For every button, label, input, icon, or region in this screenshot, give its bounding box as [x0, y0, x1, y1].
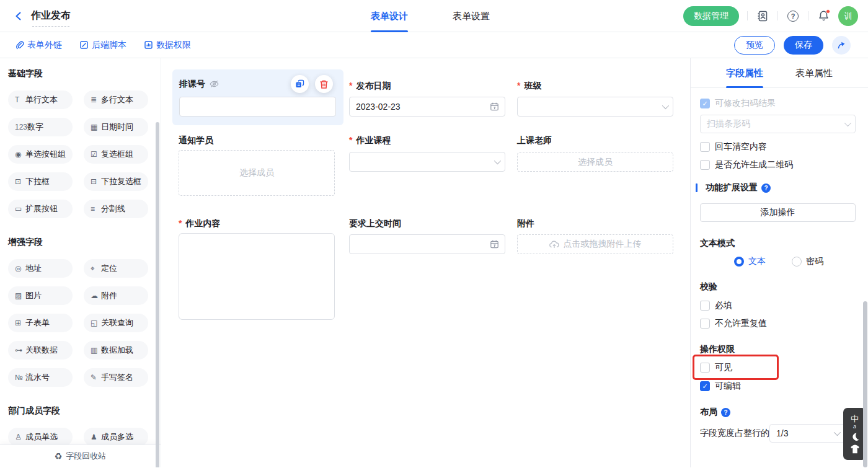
checkbox-row-modify-scan-result[interactable]: 可修改扫码结果 [700, 98, 776, 109]
submit-deadline-input[interactable] [349, 234, 505, 254]
title-edit-underline [32, 26, 69, 27]
allow-qrcode-checkbox[interactable] [700, 160, 710, 170]
sidebar-item-serial-number[interactable]: № 流水号 [8, 368, 73, 387]
tab-form-settings[interactable]: 表单设置 [453, 0, 490, 32]
required-checkbox[interactable] [700, 301, 710, 311]
homework-content-textarea[interactable] [179, 233, 335, 320]
homework-course-select[interactable] [349, 152, 505, 172]
field-submit-deadline[interactable]: 要求上交时间 [349, 219, 505, 254]
sidebar-item-multi-select[interactable]: ⊟ 下拉复选框 [84, 172, 148, 191]
delete-field-button[interactable] [315, 75, 333, 93]
sidebar-item-location[interactable]: ⌖ 定位 [84, 259, 148, 278]
sidebar-item-radio-group[interactable]: ◉ 单选按钮组 [8, 145, 73, 164]
sidebar-item-attachment[interactable]: ☁ 附件 [84, 286, 148, 305]
data-manage-button[interactable]: 数据管理 [683, 6, 739, 26]
clear-on-enter-checkbox[interactable] [700, 142, 710, 152]
sidebar-item-single-line-text[interactable]: T 单行文本 [8, 91, 73, 109]
attachment-upload-box[interactable]: 点击或拖拽附件上传 [517, 234, 673, 254]
checkbox-row-required[interactable]: 必填 [700, 300, 732, 311]
share-button[interactable] [832, 36, 851, 55]
paperclip-icon [15, 40, 24, 50]
sidebar-item-divider[interactable]: ≡ 分割线 [84, 200, 148, 218]
tab-form-design[interactable]: 表单设计 [371, 0, 408, 32]
visible-checkbox[interactable] [700, 363, 710, 373]
notification-bell-icon[interactable] [817, 9, 830, 23]
dark-mode-moon-icon[interactable] [850, 432, 860, 442]
tab-field-properties[interactable]: 字段属性 [726, 58, 763, 88]
paike-no-input[interactable] [179, 97, 336, 117]
subform-icon: ⊞ [15, 319, 25, 327]
no-duplicate-checkbox[interactable] [700, 319, 710, 329]
sidebar-item-datetime[interactable]: ▦ 日期时间 [84, 118, 148, 136]
help-question-icon[interactable]: ? [721, 408, 730, 417]
header-tabs: 表单设计 表单设置 [371, 0, 490, 32]
sidebar-item-linked-data[interactable]: ⊶ 关联数据 [8, 341, 73, 360]
language-toggle-icon[interactable]: 中 [851, 415, 859, 423]
sidebar-item-member-single[interactable]: ♙ 成员单选 [8, 428, 73, 444]
password-radio[interactable] [792, 257, 802, 267]
form-external-link[interactable]: 表单外链 [15, 40, 62, 51]
radio-password-option[interactable]: 密码 [792, 256, 823, 267]
field-homework-content[interactable]: 作业内容 [179, 219, 335, 320]
theme-shirt-icon[interactable] [850, 444, 860, 454]
page-title[interactable]: 作业发布 [31, 10, 71, 20]
sidebar-item-linked-query[interactable]: ◱ 关联查询 [84, 314, 148, 332]
checkbox-row-clear-on-enter[interactable]: 回车清空内容 [700, 141, 767, 152]
backend-script-link[interactable]: 后端脚本 [79, 40, 126, 51]
modify-scan-result-checkbox[interactable] [700, 99, 710, 108]
sidebar-item-multi-line-text[interactable]: ≣ 多行文本 [84, 91, 148, 109]
bar-chart-icon: ▥ [91, 347, 101, 354]
pen-icon: ✎ [91, 374, 101, 381]
sidebar-item-subform[interactable]: ⊞ 子表单 [8, 314, 73, 332]
teacher-picker[interactable]: 选择成员 [517, 152, 673, 172]
sidebar-item-data-load[interactable]: ▥ 数据加载 [84, 341, 148, 360]
checkbox-row-allow-qrcode[interactable]: 是否允许生成二维码 [700, 159, 793, 170]
language-secondary-icon[interactable]: a [853, 424, 856, 430]
checkbox-row-visible[interactable]: 可见 [700, 362, 732, 373]
field-notify-students[interactable]: 通知学员 选择成员 [179, 136, 335, 196]
data-permission-link[interactable]: 数据权限 [144, 40, 191, 51]
checkbox-row-editable[interactable]: 可编辑 [700, 381, 741, 392]
panel-scrollbar-thumb[interactable] [863, 301, 867, 467]
sidebar-item-extend-button[interactable]: ▭ 扩展按钮 [8, 200, 73, 218]
chevron-down-icon [662, 102, 669, 109]
field-publish-date[interactable]: 发布日期 2023-02-23 [349, 81, 505, 117]
field-paike-no-selected[interactable]: 排课号 [172, 69, 343, 125]
linked-query-icon: ◱ [91, 319, 101, 327]
save-button[interactable]: 保存 [784, 36, 823, 55]
field-teacher[interactable]: 上课老师 选择成员 [517, 136, 673, 172]
preview-button[interactable]: 预览 [734, 36, 775, 55]
tab-form-properties[interactable]: 表单属性 [795, 58, 833, 88]
sidebar-item-address[interactable]: ◎ 地址 [8, 259, 73, 278]
checkbox-row-no-duplicate[interactable]: 不允许重复值 [700, 318, 767, 329]
field-homework-course[interactable]: 作业课程 [349, 136, 505, 172]
text-radio[interactable] [734, 257, 744, 267]
contacts-icon[interactable] [756, 9, 769, 23]
sidebar-item-number[interactable]: 123 数字 [8, 118, 73, 136]
sidebar-item-signature[interactable]: ✎ 手写签名 [84, 368, 148, 387]
help-icon[interactable]: ? [786, 9, 800, 23]
sidebar-item-image[interactable]: ▨ 图片 [8, 286, 73, 305]
publish-date-input[interactable]: 2023-02-23 [349, 97, 505, 117]
back-button[interactable] [11, 9, 26, 24]
scan-type-select[interactable]: 扫描条形码 [700, 115, 856, 133]
field-attachment[interactable]: 附件 点击或拖拽附件上传 [517, 219, 673, 254]
copy-field-button[interactable] [291, 75, 309, 93]
sidebar-item-member-multi[interactable]: ♟ 成员多选 [84, 428, 148, 444]
field-class[interactable]: 班级 [517, 81, 673, 117]
property-panel: 字段属性 表单属性 可修改扫码结果 扫描条形码 回车清空内容 是否允许生成二维码… [690, 58, 868, 467]
class-select[interactable] [517, 97, 673, 117]
radio-text-option[interactable]: 文本 [734, 256, 766, 267]
editable-checkbox[interactable] [700, 381, 710, 391]
add-action-button[interactable]: 添加操作 [700, 203, 856, 222]
sidebar-item-select[interactable]: ⊡ 下拉框 [8, 172, 73, 191]
sidebar-scrollbar-thumb[interactable] [156, 122, 159, 467]
help-question-icon[interactable]: ? [761, 183, 771, 193]
layout-width-row: 字段宽度占整行的 [700, 428, 769, 439]
form-canvas[interactable]: 排课号 发布日期 2023-02-23 [161, 58, 690, 467]
field-recycle-bin[interactable]: ♻ 字段回收站 [0, 444, 161, 467]
field-width-select[interactable]: 1/3 [769, 424, 845, 443]
sidebar-item-checkbox-group[interactable]: ☑ 复选框组 [84, 145, 148, 164]
avatar[interactable]: 训 [838, 6, 858, 26]
notify-students-picker[interactable]: 选择成员 [179, 150, 335, 196]
